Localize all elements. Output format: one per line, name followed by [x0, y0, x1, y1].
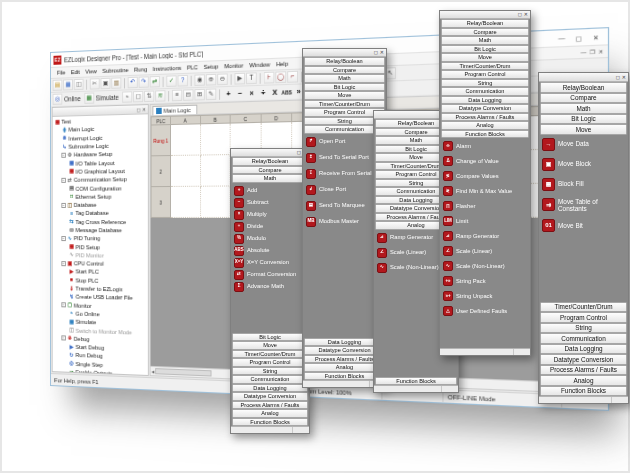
palette-resize-grip[interactable]	[514, 349, 530, 355]
category-timer-counter-drum[interactable]: Timer/Counter/Drum	[304, 100, 385, 109]
instruction-format-conversion[interactable]: ⇄Format Conversion	[234, 270, 308, 280]
instruction-string-pack[interactable]: +»String Pack	[443, 276, 529, 286]
usb-icon[interactable]: ⇅	[144, 91, 154, 103]
category-bit-logic[interactable]: Bit Logic	[232, 333, 308, 342]
multiply-instruction-icon[interactable]: ×	[246, 88, 257, 98]
tree-close-icon[interactable]: ✕	[142, 107, 146, 112]
instruction-move-bit[interactable]: 01Move Bit	[542, 219, 627, 232]
copy-icon[interactable]: ▣	[101, 78, 111, 90]
tree-expander-icon[interactable]: −	[61, 178, 65, 183]
mdi-minimize-button[interactable]: —	[581, 49, 587, 56]
instruction-string-unpack[interactable]: »+String Unpack	[443, 291, 529, 301]
category-function-blocks[interactable]: Function Blocks	[232, 418, 308, 427]
menu-edit[interactable]: Edit	[68, 69, 82, 76]
menu-help[interactable]: Help	[273, 60, 291, 67]
palette-resize-grip[interactable]	[612, 397, 628, 403]
rung-cell[interactable]	[171, 124, 201, 156]
instruction-change-of-value[interactable]: ΔChange of Value	[443, 156, 529, 166]
category-analog[interactable]: Analog	[232, 409, 308, 418]
category-math[interactable]: Math	[304, 74, 385, 83]
palette-resize-grip[interactable]	[442, 386, 458, 392]
tree-expander-icon[interactable]: −	[61, 336, 65, 341]
select-icon[interactable]: ▶	[234, 73, 245, 85]
category-move[interactable]: Move	[540, 124, 627, 135]
instruction-absolute[interactable]: ABSAbsolute	[234, 246, 308, 256]
sync-icon[interactable]: ⇄	[150, 76, 160, 88]
insert-column-icon[interactable]: ⊞	[195, 89, 205, 101]
instruction-move-table-of-constants[interactable]: ⇉Move Table of Constants	[542, 198, 627, 212]
simulate-icon[interactable]: ▦	[84, 93, 94, 104]
new-file-icon[interactable]: ▤	[53, 80, 63, 91]
category-analog[interactable]: Analog	[540, 375, 627, 386]
save-icon[interactable]: ◫	[74, 79, 84, 90]
category-move[interactable]: Move	[441, 53, 529, 62]
instruction-alarm[interactable]: ⍾Alarm	[443, 141, 529, 151]
horizontal-scroll-thumb[interactable]	[155, 368, 211, 376]
category-bit-logic[interactable]: Bit Logic	[304, 83, 385, 92]
delete-rung-icon[interactable]: ⊟	[183, 89, 193, 101]
instruction-move-block[interactable]: ▣Move Block	[542, 158, 627, 171]
instruction-move-data[interactable]: →Move Data	[542, 138, 627, 151]
scroll-left-icon[interactable]: ◀	[152, 368, 155, 373]
category-function-blocks[interactable]: Function Blocks	[375, 377, 457, 386]
category-math[interactable]: Math	[441, 36, 529, 45]
help-icon[interactable]: ?	[178, 75, 188, 87]
category-compare[interactable]: Compare	[304, 66, 385, 75]
add-instruction-icon[interactable]: +	[223, 89, 234, 99]
palette-close-icon[interactable]: ✕	[622, 75, 626, 80]
category-process-alarms-faults[interactable]: Process Alarms / Faults	[540, 365, 627, 376]
divide-instruction-icon[interactable]: ÷	[258, 88, 269, 98]
branch-icon[interactable]: ⌐	[287, 71, 298, 83]
instruction-user-defined-faults[interactable]: △User Defined Faults	[443, 306, 529, 316]
paste-icon[interactable]: ▥	[111, 77, 121, 89]
mdi-restore-button[interactable]: ❐	[590, 48, 595, 55]
category-datatype-conversion[interactable]: Datatype Conversion	[540, 354, 627, 365]
redo-icon[interactable]: ↷	[139, 76, 149, 88]
category-datatype-conversion[interactable]: Datatype Conversion	[232, 392, 308, 401]
menu-instructions[interactable]: Instructions	[150, 65, 184, 73]
palette-resize-grip[interactable]	[293, 427, 309, 433]
category-bit-logic[interactable]: Bit Logic	[540, 114, 627, 125]
category-math[interactable]: Math	[540, 103, 627, 114]
zoom-out-icon[interactable]: ⊖	[217, 73, 228, 85]
undo-icon[interactable]: ↶	[128, 77, 138, 89]
pc-icon[interactable]: ▢	[133, 91, 143, 103]
close-button[interactable]: ✕	[587, 32, 604, 41]
edit-icon[interactable]: ✎	[206, 88, 216, 100]
subtract-instruction-icon[interactable]: −	[235, 89, 246, 99]
maximize-button[interactable]: ▢	[570, 33, 587, 42]
function-blocks-palette-titlebar[interactable]: ◻✕	[440, 11, 530, 19]
tree-item-database[interactable]: −◫Database	[53, 200, 148, 209]
category-program-control[interactable]: Program Control	[540, 312, 627, 323]
tree-expander-icon[interactable]: −	[61, 236, 65, 241]
category-string[interactable]: String	[441, 79, 529, 88]
category-compare[interactable]: Compare	[441, 28, 529, 37]
palette-close-icon[interactable]: ✕	[380, 50, 384, 55]
category-program-control[interactable]: Program Control	[441, 70, 529, 79]
online-icon[interactable]: ◎	[53, 94, 63, 105]
network-icon[interactable]: ≋	[155, 90, 165, 102]
instruction-scale-non-linear[interactable]: ∿Scale (Non-Linear)	[443, 261, 529, 271]
instruction-divide[interactable]: ÷Divide	[234, 222, 308, 232]
minimize-button[interactable]: —	[553, 34, 570, 43]
category-process-alarms-faults[interactable]: Process Alarms / Faults	[441, 113, 529, 122]
category-relay-boolean[interactable]: Relay/Boolean	[540, 82, 627, 93]
palette-close-icon[interactable]: ✕	[524, 12, 528, 17]
category-relay-boolean[interactable]: Relay/Boolean	[304, 57, 385, 66]
insert-rung-icon[interactable]: ≡	[172, 90, 182, 102]
simulate-label[interactable]: Simulate	[96, 94, 119, 102]
menu-plc[interactable]: PLC	[184, 64, 201, 71]
instruction-multiply[interactable]: ×Multiply	[234, 210, 308, 220]
category-function-blocks[interactable]: Function Blocks	[441, 130, 529, 139]
palette-pin-icon[interactable]: ◻	[374, 50, 378, 55]
communication-palette-titlebar[interactable]: ◻✕	[303, 49, 386, 57]
category-compare[interactable]: Compare	[540, 93, 627, 104]
category-string[interactable]: String	[232, 367, 308, 376]
instruction-flasher[interactable]: ∏Flasher	[443, 201, 529, 211]
rung-cell[interactable]	[201, 155, 231, 187]
plug-icon[interactable]: ⌁	[122, 91, 132, 103]
category-timer-counter-drum[interactable]: Timer/Counter/Drum	[540, 302, 627, 313]
category-math[interactable]: Math	[232, 174, 308, 183]
menu-rung[interactable]: Rung	[131, 66, 150, 73]
rung-cell[interactable]	[201, 124, 231, 156]
